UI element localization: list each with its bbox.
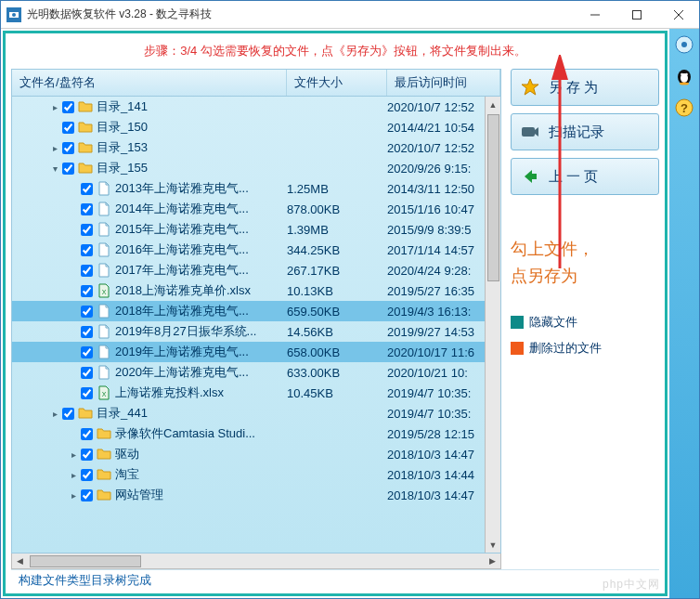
file-icon — [97, 202, 111, 216]
scrollbar-horizontal[interactable]: ◀ ▶ — [11, 553, 501, 569]
expand-icon[interactable]: ▸ — [49, 409, 60, 419]
tree-row[interactable]: 2014年上海诺雅克电气...878.00KB2015/1/16 10:47 — [12, 199, 500, 219]
scroll-left-icon[interactable]: ◀ — [12, 554, 28, 568]
tree-row[interactable]: ▸网站管理2018/10/3 14:47 — [12, 485, 500, 505]
row-checkbox[interactable] — [81, 183, 93, 195]
row-checkbox[interactable] — [81, 489, 93, 501]
folder-icon — [97, 426, 111, 441]
scan-log-button[interactable]: 扫描记录 — [511, 113, 659, 150]
tree-row[interactable]: ▾目录_1552020/9/26 9:15: — [12, 158, 500, 178]
tree-row[interactable]: 目录_1502014/4/21 10:54 — [12, 117, 500, 137]
row-checkbox[interactable] — [62, 163, 74, 175]
row-checkbox[interactable] — [81, 449, 93, 461]
expand-icon[interactable]: ▸ — [49, 102, 60, 112]
row-name: 淘宝 — [115, 466, 139, 483]
qq-icon[interactable] — [674, 66, 694, 86]
row-time: 2019/5/27 16:35 — [387, 284, 500, 298]
row-time: 2020/10/7 12:52 — [387, 141, 500, 155]
row-time: 2018/10/3 14:44 — [387, 468, 500, 482]
tree-row[interactable]: 2017年上海诺雅克电气...267.17KB2020/4/24 9:28: — [12, 260, 500, 280]
svg-rect-12 — [531, 174, 537, 179]
tree-row[interactable]: X上海诺雅克投料.xlsx10.45KB2019/4/7 10:35: — [12, 383, 500, 403]
svg-point-16 — [681, 42, 687, 47]
tree-row[interactable]: ▸驱动2018/10/3 14:47 — [12, 444, 500, 464]
row-time: 2014/3/11 12:50 — [387, 182, 500, 196]
tree-row[interactable]: 录像软件Camtasia Studi...2019/5/28 12:15 — [12, 423, 500, 444]
row-checkbox[interactable] — [81, 265, 93, 277]
row-checkbox[interactable] — [81, 367, 93, 379]
tree-row[interactable]: ▸目录_1532020/10/7 12:52 — [12, 137, 500, 158]
row-checkbox[interactable] — [81, 387, 93, 399]
xlsx-icon: X — [97, 283, 111, 298]
row-size: 1.25MB — [287, 182, 387, 196]
expand-icon[interactable]: ▸ — [68, 449, 79, 460]
tree-row[interactable]: X2018上海诺雅克单价.xlsx10.13KB2019/5/27 16:35 — [12, 280, 500, 301]
tree-row[interactable]: 2020年上海诺雅克电气...633.00KB2020/10/21 10: — [12, 362, 500, 383]
tree-body[interactable]: ▸目录_1412020/10/7 12:52目录_1502014/4/21 10… — [11, 97, 501, 553]
row-checkbox[interactable] — [81, 469, 93, 481]
scroll-thumb[interactable] — [487, 114, 499, 281]
svg-marker-10 — [535, 127, 538, 137]
row-checkbox[interactable] — [62, 142, 74, 154]
tree-row[interactable]: 2019年上海诺雅克电气...658.00KB2020/10/17 11:6 — [12, 342, 500, 362]
row-checkbox[interactable] — [81, 203, 93, 215]
file-icon — [97, 181, 111, 196]
save-as-label: 另 存 为 — [549, 79, 598, 97]
tree-row[interactable]: 2015年上海诺雅克电气...1.39MB2015/9/9 8:39:5 — [12, 219, 500, 240]
row-checkbox[interactable] — [62, 122, 74, 134]
settings-icon[interactable] — [674, 34, 694, 55]
row-checkbox[interactable] — [81, 224, 93, 236]
minimize-button[interactable] — [574, 1, 616, 28]
svg-point-21 — [680, 83, 689, 85]
row-checkbox[interactable] — [81, 428, 93, 440]
row-checkbox[interactable] — [81, 326, 93, 338]
row-checkbox[interactable] — [81, 285, 93, 297]
row-checkbox[interactable] — [62, 408, 74, 420]
row-time: 2014/4/21 10:54 — [387, 121, 500, 135]
save-as-button[interactable]: 另 存 为 — [511, 69, 659, 106]
maximize-button[interactable] — [616, 1, 657, 28]
row-time: 2019/4/7 10:35: — [387, 386, 500, 400]
row-name: 2015年上海诺雅克电气... — [115, 221, 249, 238]
col-name[interactable]: 文件名/盘符名 — [12, 70, 287, 96]
tree-row[interactable]: 2018年上海诺雅克电气...659.50KB2019/4/3 16:13: — [12, 301, 500, 321]
row-name: 上海诺雅克投料.xlsx — [115, 384, 224, 401]
row-name: 2019年8月27日振华系统... — [115, 323, 256, 340]
col-time[interactable]: 最后访问时间 — [387, 70, 500, 96]
tree-row[interactable]: 2016年上海诺雅克电气...344.25KB2017/1/14 14:57 — [12, 240, 500, 260]
row-time: 2020/10/21 10: — [387, 366, 500, 380]
titlebar: 光明数据恢复软件 v3.28 - 数之寻科技 — [1, 1, 699, 29]
window-title: 光明数据恢复软件 v3.28 - 数之寻科技 — [27, 7, 574, 22]
svg-text:?: ? — [681, 101, 688, 115]
tree-row[interactable]: 2019年8月27日振华系统...14.56KB2019/9/27 14:53 — [12, 321, 500, 342]
tree-row[interactable]: ▸目录_1412020/10/7 12:52 — [12, 97, 500, 117]
row-checkbox[interactable] — [81, 244, 93, 256]
scroll-down-icon[interactable]: ▼ — [486, 537, 500, 553]
file-icon — [97, 365, 111, 380]
expand-icon[interactable]: ▾ — [49, 163, 60, 174]
expand-icon[interactable]: ▸ — [68, 470, 79, 480]
col-size[interactable]: 文件大小 — [287, 70, 387, 96]
scrollbar-vertical[interactable]: ▲ ▼ — [485, 97, 500, 553]
instruction-note: 勾上文件， 点另存为 — [511, 236, 659, 290]
scroll-up-icon[interactable]: ▲ — [486, 97, 500, 112]
help-icon[interactable]: ? — [674, 98, 694, 118]
close-button[interactable] — [657, 1, 699, 28]
svg-rect-9 — [522, 127, 535, 137]
tree-row[interactable]: 2013年上海诺雅克电气...1.25MB2014/3/11 12:50 — [12, 178, 500, 199]
row-checkbox[interactable] — [81, 306, 93, 318]
row-checkbox[interactable] — [62, 101, 74, 113]
tree-row[interactable]: ▸目录_4412019/4/7 10:35: — [12, 403, 500, 423]
svg-point-1 — [12, 13, 16, 17]
tree-row[interactable]: ▸淘宝2018/10/3 14:44 — [12, 464, 500, 485]
row-checkbox[interactable] — [81, 346, 93, 358]
legend: 隐藏文件 删除过的文件 — [511, 314, 659, 366]
folder-icon — [97, 447, 111, 462]
prev-page-button[interactable]: 上 一 页 — [511, 158, 659, 195]
scroll-thumb-x[interactable] — [30, 555, 141, 567]
expand-icon[interactable]: ▸ — [68, 490, 79, 501]
expand-icon[interactable]: ▸ — [49, 143, 60, 153]
tree-header: 文件名/盘符名 文件大小 最后访问时间 — [11, 69, 501, 97]
scroll-right-icon[interactable]: ▶ — [485, 554, 500, 568]
file-icon — [97, 263, 111, 278]
